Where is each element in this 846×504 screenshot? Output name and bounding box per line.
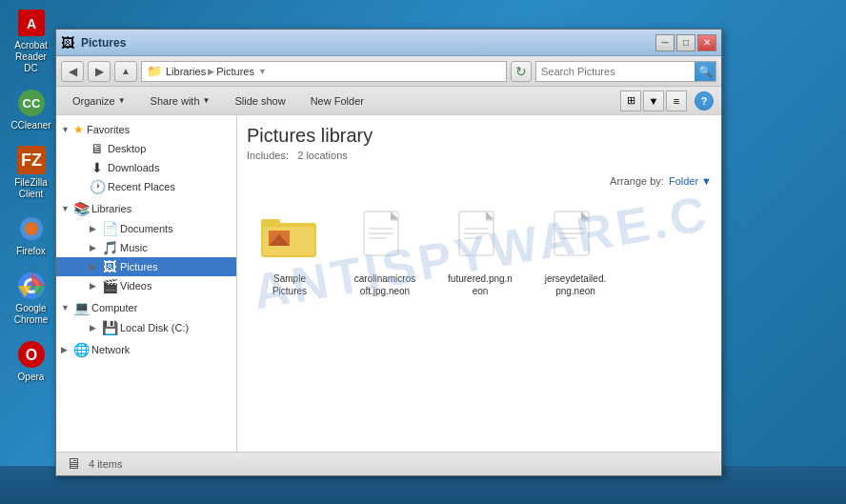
- libraries-section: ▼ 📚 Libraries ▶ 📄 Documents ▶ 🎵 Music: [56, 198, 236, 295]
- share-arrow: ▼: [203, 96, 211, 105]
- docs-expand: ▶: [90, 224, 99, 233]
- opera-label: Opera: [18, 372, 45, 383]
- main-content: ▼ ★ Favorites 🖥 Desktop ⬇ Downloads 🕐: [56, 115, 721, 452]
- file-item-futurered[interactable]: futurered.png.neon: [442, 201, 518, 303]
- organize-label: Organize: [72, 95, 115, 107]
- desktop-icon-firefox[interactable]: Firefox: [5, 211, 57, 260]
- maximize-button[interactable]: □: [676, 34, 695, 51]
- file-label-carolina: carolinamicrosoft.jpg.neon: [352, 272, 417, 297]
- videos-nav-label: Videos: [120, 280, 151, 292]
- slideshow-button[interactable]: Slide show: [226, 91, 293, 111]
- up-button[interactable]: ▲: [114, 61, 137, 82]
- status-items-count: 4 items: [89, 458, 122, 470]
- doc-icon-carolina: [354, 207, 415, 268]
- arrange-dropdown[interactable]: Folder ▼: [669, 175, 712, 187]
- nav-item-desktop[interactable]: 🖥 Desktop: [56, 139, 236, 158]
- file-item-sample-pictures[interactable]: Sample Pictures: [252, 201, 328, 303]
- address-pictures[interactable]: Pictures: [216, 66, 254, 77]
- disk-expand: ▶: [90, 323, 99, 333]
- doc-icon-jerseydetailed: [545, 207, 606, 268]
- title-bar: 🖼 Pictures ─ □ ✕: [56, 30, 721, 56]
- search-input[interactable]: [536, 62, 695, 81]
- svg-text:O: O: [25, 347, 36, 363]
- desktop-icon-filezilla[interactable]: FZ FileZillaClient: [5, 142, 57, 203]
- close-button[interactable]: ✕: [697, 34, 716, 51]
- music-nav-icon: 🎵: [102, 240, 117, 255]
- address-bar[interactable]: 📁 Libraries ▶ Pictures ▼: [141, 61, 507, 82]
- file-label-sample-pictures: Sample Pictures: [257, 272, 322, 297]
- nav-item-downloads[interactable]: ⬇ Downloads: [56, 158, 236, 177]
- library-subtitle: Includes: 2 locations: [247, 150, 712, 161]
- filezilla-icon: FZ: [16, 145, 47, 175]
- view-btn-2[interactable]: ≡: [666, 91, 687, 111]
- favorites-header[interactable]: ▼ ★ Favorites: [56, 120, 236, 139]
- forward-button[interactable]: ▶: [88, 61, 111, 82]
- refresh-button[interactable]: ↻: [511, 61, 532, 82]
- svg-text:A: A: [26, 16, 35, 31]
- status-left: 🖥 4 items: [66, 455, 122, 473]
- desktop-icon-acrobat[interactable]: A AcrobatReader DC: [5, 5, 57, 77]
- view-buttons: ⊞ ▼ ≡: [620, 91, 687, 111]
- file-item-carolina[interactable]: carolinamicrosoft.jpg.neon: [347, 201, 423, 303]
- favorites-expand: ▼: [61, 125, 70, 134]
- view-btn-1[interactable]: ⊞: [620, 91, 641, 111]
- arrange-value: Folder: [669, 175, 698, 187]
- help-button[interactable]: ?: [695, 91, 714, 111]
- view-dropdown[interactable]: ▼: [643, 91, 664, 111]
- address-dropdown-arrow[interactable]: ▼: [258, 67, 267, 76]
- address-libraries[interactable]: Libraries: [166, 66, 206, 77]
- search-bar: 🔍: [535, 61, 716, 82]
- new-folder-label: New Folder: [311, 95, 364, 107]
- desktop-nav-icon: 🖥: [90, 141, 105, 156]
- desktop-icon-ccleaner[interactable]: CC CCleaner: [5, 85, 57, 134]
- address-breadcrumb: Libraries ▶ Pictures ▼: [166, 66, 267, 77]
- computer-section: ▼ 💻 Computer ▶ 💾 Local Disk (C:): [56, 297, 236, 337]
- computer-header-icon: 💻: [73, 300, 89, 315]
- nav-item-localdisk[interactable]: ▶ 💾 Local Disk (C:): [56, 318, 236, 337]
- nav-item-music[interactable]: ▶ 🎵 Music: [56, 238, 236, 257]
- downloads-nav-label: Downloads: [108, 162, 159, 173]
- favorites-label: Favorites: [87, 124, 130, 135]
- nav-item-pictures[interactable]: ▶ 🖼 Pictures: [56, 257, 236, 276]
- favorites-section: ▼ ★ Favorites 🖥 Desktop ⬇ Downloads 🕐: [56, 120, 236, 196]
- computer-header[interactable]: ▼ 💻 Computer: [56, 297, 236, 318]
- libraries-icon: 📚: [73, 201, 89, 216]
- back-button[interactable]: ◀: [61, 61, 84, 82]
- nav-item-recent[interactable]: 🕐 Recent Places: [56, 177, 236, 196]
- files-grid: Sample Pictures: [247, 196, 712, 308]
- window-title: Pictures: [81, 36, 655, 50]
- ccleaner-icon: CC: [16, 88, 47, 118]
- favorites-star-icon: ★: [73, 123, 84, 136]
- downloads-nav-icon: ⬇: [90, 160, 105, 175]
- network-icon: 🌐: [73, 342, 89, 357]
- locations-count: 2 locations: [297, 150, 348, 161]
- nav-item-documents[interactable]: ▶ 📄 Documents: [56, 219, 236, 238]
- svg-rect-14: [261, 219, 280, 227]
- desktop-icon-opera[interactable]: O Opera: [5, 336, 57, 386]
- organize-button[interactable]: Organize ▼: [64, 91, 134, 111]
- share-label: Share with: [151, 95, 200, 107]
- minimize-button[interactable]: ─: [655, 34, 675, 51]
- new-folder-button[interactable]: New Folder: [302, 91, 373, 111]
- command-bar: Organize ▼ Share with ▼ Slide show New F…: [56, 87, 721, 115]
- nav-item-videos[interactable]: ▶ 🎬 Videos: [56, 276, 236, 295]
- search-button[interactable]: 🔍: [695, 62, 715, 81]
- pictures-expand: ▶: [90, 262, 99, 272]
- localdisk-icon: 💾: [102, 320, 117, 335]
- desktop-icon-chrome[interactable]: GoogleChrome: [5, 268, 57, 329]
- acrobat-label: AcrobatReader DC: [8, 40, 54, 74]
- title-buttons: ─ □ ✕: [655, 34, 716, 51]
- music-expand: ▶: [90, 243, 99, 252]
- includes-label: Includes:: [247, 150, 289, 161]
- desktop-icons-container: A AcrobatReader DC CC CCleaner FZ FileZi: [5, 5, 57, 386]
- file-label-jerseydetailed: jerseydetailed.png.neon: [543, 272, 608, 297]
- file-item-jerseydetailed[interactable]: jerseydetailed.png.neon: [537, 201, 614, 303]
- svg-point-7: [25, 222, 38, 235]
- network-header[interactable]: ▶ 🌐 Network: [56, 339, 236, 360]
- documents-nav-icon: 📄: [102, 221, 117, 236]
- music-nav-label: Music: [120, 242, 148, 253]
- share-button[interactable]: Share with ▼: [142, 91, 219, 111]
- libraries-header[interactable]: ▼ 📚 Libraries: [56, 198, 236, 219]
- ccleaner-label: CCleaner: [10, 120, 50, 131]
- arrange-arrow: ▼: [701, 175, 712, 187]
